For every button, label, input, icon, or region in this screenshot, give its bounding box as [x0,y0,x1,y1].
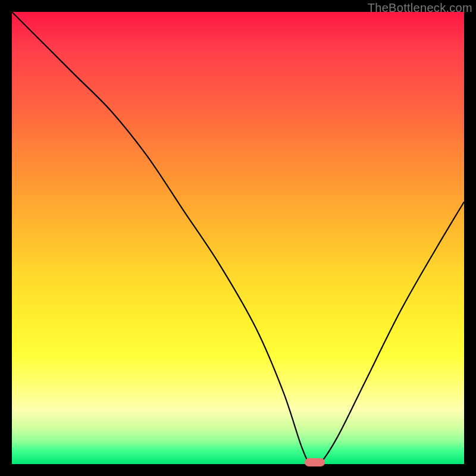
chart-frame: TheBottleneck.com [0,0,476,476]
curve-path [12,12,464,467]
valley-marker [305,458,325,466]
bottleneck-curve [12,12,464,464]
plot-area [12,12,464,464]
